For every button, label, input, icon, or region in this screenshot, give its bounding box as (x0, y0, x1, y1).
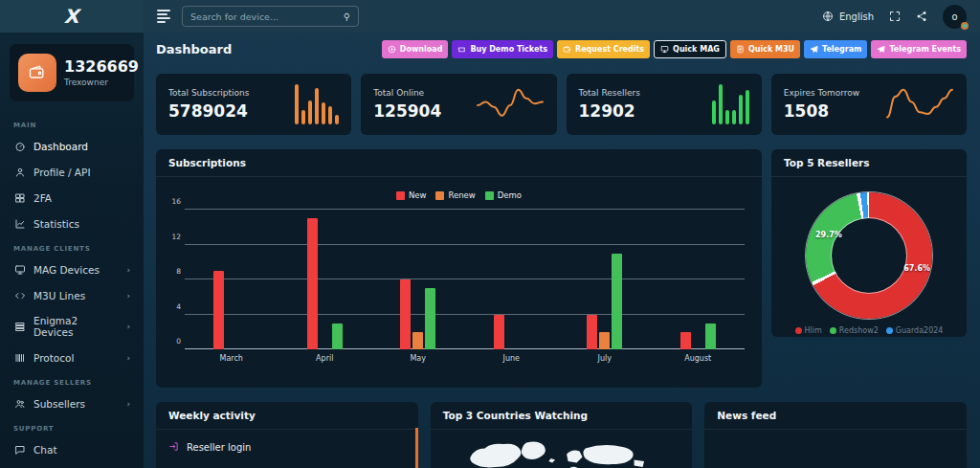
bar-demo-april[interactable] (332, 323, 343, 349)
bar-new-july[interactable] (587, 315, 597, 350)
stat-value: 125904 (373, 101, 441, 121)
sidebar-item-m3u-lines[interactable]: M3U Lines› (0, 282, 144, 308)
stat-label: Expires Tomorrow (784, 88, 859, 98)
bar-group-april (278, 210, 372, 349)
bar-new-april[interactable] (307, 218, 318, 349)
stat-card-total-subscriptions[interactable]: Total Subscriptions 5789024 (156, 74, 351, 135)
bar-group-may (371, 210, 465, 349)
bar-renew-july[interactable] (599, 332, 610, 349)
user-card[interactable]: 1326669 Trexowner (10, 44, 134, 101)
sidebar-item-label: Subsellers (33, 398, 85, 410)
sidebar-item-2fa[interactable]: 2FA (0, 185, 144, 211)
chevron-right-icon: › (126, 265, 130, 275)
x-axis-label: July (558, 354, 652, 363)
donut-legend-item-redshow2[interactable]: Redshow2 (830, 326, 879, 335)
subscriptions-panel: Subscriptions New Renew Demo 0481216 Mar… (156, 149, 762, 388)
fullscreen-icon[interactable] (889, 11, 901, 22)
sidebar-item-enigma2-devices[interactable]: Enigma2 Devices› (0, 308, 144, 345)
news-feed-title: News feed (704, 402, 967, 430)
search-box[interactable]: ⚲ (182, 6, 359, 27)
sparkline-line (476, 84, 545, 124)
quick-m3u-button[interactable]: Quick M3U (730, 40, 800, 58)
bar-new-may[interactable] (400, 279, 411, 349)
chevron-right-icon: › (126, 322, 130, 331)
weekly-activity-label: Reseller login (187, 442, 251, 453)
legend-item-new[interactable]: New (396, 190, 427, 200)
sidebar-item-subsellers[interactable]: Subsellers› (0, 390, 144, 416)
telegram-events-button[interactable]: Telegram Events (871, 40, 967, 58)
subscriptions-bar-chart[interactable]: 0481216 (185, 210, 745, 349)
donut-legend: Hlim Redshow2 Guarda2024 (771, 326, 967, 335)
search-input[interactable] (190, 11, 338, 22)
ticket-icon (457, 45, 466, 54)
search-icon[interactable]: ⚲ (344, 11, 350, 22)
wallet-icon (18, 54, 56, 92)
chevron-right-icon: › (126, 353, 130, 363)
stat-value: 12902 (579, 101, 640, 121)
legend-dot (830, 327, 836, 334)
sidebar-item-label: Dashboard (33, 141, 88, 152)
list-icon (13, 321, 26, 333)
legend-label: Demo (498, 190, 522, 200)
stat-label: Total Resellers (579, 88, 640, 98)
legend-item-demo[interactable]: Demo (485, 190, 522, 200)
donut-legend-item-guarda2024[interactable]: Guarda2024 (886, 326, 944, 335)
world-map (431, 430, 693, 468)
action-label: Quick MAG (673, 45, 720, 54)
language-selector[interactable]: English (822, 11, 874, 22)
y-axis-tick: 8 (164, 267, 181, 276)
language-label: English (839, 11, 874, 22)
buy-demo-tickets-button[interactable]: Buy Demo Tickets (452, 40, 553, 58)
sidebar-item-label: Profile / API (33, 167, 90, 178)
user-name: Trexowner (64, 78, 139, 87)
sidebar-item-label: Enigma2 Devices (33, 315, 119, 338)
login-icon (168, 441, 179, 454)
donut-legend-item-hlim[interactable]: Hlim (795, 326, 822, 335)
sidebar-item-label: 2FA (33, 192, 52, 204)
weekly-activity-accent-bar (415, 428, 418, 468)
stat-card-total-resellers[interactable]: Total Resellers 12902 (567, 74, 762, 135)
main-content: Dashboard DownloadBuy Demo TicketsReques… (144, 0, 980, 468)
stat-card-expires-tomorrow[interactable]: Expires Tomorrow 1508 (771, 74, 967, 135)
legend-label: Renew (448, 190, 475, 200)
bar-renew-may[interactable] (412, 332, 423, 349)
app-logo[interactable]: X (0, 0, 144, 33)
sidebar-item-chat[interactable]: Chat (0, 436, 144, 462)
y-axis-tick: 12 (164, 232, 181, 240)
sidebar-item-mag-devices[interactable]: MAG Devices› (0, 256, 144, 282)
sidebar-item-protocol[interactable]: Protocol› (0, 345, 144, 370)
sidebar-item-profile-api[interactable]: Profile / API (0, 159, 144, 185)
bar-new-august[interactable] (680, 332, 691, 349)
menu-toggle-icon[interactable] (157, 10, 170, 23)
bar-new-june[interactable] (494, 315, 504, 350)
bar-demo-july[interactable] (612, 254, 622, 349)
quick-mag-button[interactable]: Quick MAG (654, 40, 726, 58)
telegram-icon (877, 45, 885, 54)
nav-section-title: MAIN (0, 113, 144, 133)
legend-swatch (396, 191, 405, 200)
request-credits-button[interactable]: Request Credits (557, 40, 650, 58)
bar-group-july (558, 210, 652, 349)
nav-section-title: SUPPORT (0, 416, 144, 436)
stat-label: Total Online (373, 88, 441, 98)
action-label: Telegram (822, 45, 861, 54)
share-icon[interactable] (916, 11, 927, 22)
user-icon (13, 166, 26, 178)
bar-group-march (185, 210, 278, 349)
dashboard-icon (13, 140, 26, 152)
sidebar-item-statistics[interactable]: Statistics (0, 211, 144, 236)
stats-icon (13, 217, 26, 230)
avatar[interactable]: o (943, 5, 967, 29)
top-resellers-panel: Top 5 Resellers 67.6% 29.7% Hlim Redshow… (771, 149, 967, 337)
telegram-button[interactable]: Telegram (804, 40, 867, 58)
sidebar-item-dashboard[interactable]: Dashboard (0, 133, 144, 159)
bar-demo-may[interactable] (425, 288, 435, 349)
bar-demo-august[interactable] (705, 323, 716, 349)
download-button[interactable]: Download (382, 40, 449, 58)
weekly-activity-item[interactable]: Reseller login (156, 430, 418, 465)
stats-row: Total Subscriptions 5789024 Total Online… (156, 74, 967, 135)
x-axis-label: June (465, 354, 559, 363)
legend-item-renew[interactable]: Renew (435, 190, 475, 200)
bar-new-march[interactable] (213, 271, 224, 349)
stat-card-total-online[interactable]: Total Online 125904 (361, 74, 556, 135)
